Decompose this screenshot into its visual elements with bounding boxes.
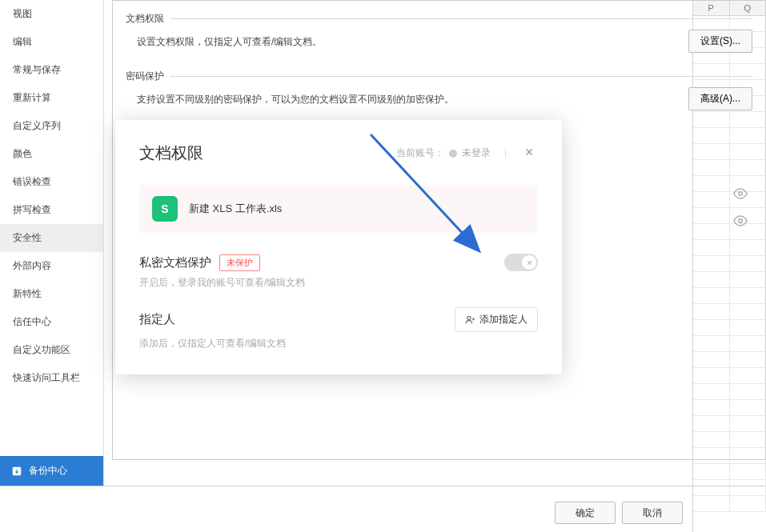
backup-label: 备份中心	[29, 464, 67, 478]
add-user-icon	[465, 314, 475, 325]
sidebar-item-custom-seq[interactable]: 自定义序列	[0, 112, 103, 140]
file-card: S 新建 XLS 工作表.xls	[139, 185, 538, 233]
status-dot-icon	[449, 150, 457, 158]
sidebar-item-security[interactable]: 安全性	[0, 224, 103, 252]
settings-sidebar: 视图 编辑 常规与保存 重新计算 自定义序列 颜色 错误检查 拼写检查 安全性 …	[0, 0, 104, 486]
backup-center-button[interactable]: 备份中心	[0, 456, 103, 486]
divider	[505, 149, 506, 158]
svg-point-1	[739, 219, 743, 223]
account-label: 当前账号：	[396, 146, 444, 160]
add-assignee-button[interactable]: 添加指定人	[455, 307, 538, 332]
sidebar-item-new-feature[interactable]: 新特性	[0, 280, 103, 308]
sidebar-item-edit[interactable]: 编辑	[0, 28, 103, 56]
eye-icon[interactable]	[733, 186, 748, 201]
modal-title: 文档权限	[139, 142, 203, 164]
sidebar-item-general-save[interactable]: 常规与保存	[0, 56, 103, 84]
sidebar-item-trust-center[interactable]: 信任中心	[0, 308, 103, 336]
assignee-desc: 添加后，仅指定人可查看/编辑文档	[139, 337, 538, 350]
login-status: 未登录	[462, 146, 491, 160]
close-icon[interactable]	[520, 143, 538, 163]
private-doc-desc: 开启后，登录我的账号可查看/编辑文档	[139, 276, 538, 290]
sidebar-item-custom-ribbon[interactable]: 自定义功能区	[0, 336, 103, 364]
private-protection-toggle[interactable]	[504, 254, 538, 271]
file-name: 新建 XLS 工作表.xls	[189, 202, 282, 216]
cancel-button[interactable]: 取消	[622, 502, 683, 524]
password-protect-desc: 支持设置不同级别的密码保护，可以为您的文档设置不同级别的加密保护。	[126, 83, 752, 106]
spreadsheet-file-icon: S	[152, 196, 178, 222]
svg-point-0	[739, 192, 743, 196]
backup-icon	[11, 466, 22, 477]
add-assignee-label: 添加指定人	[479, 313, 527, 326]
doc-permission-desc: 设置文档权限，仅指定人可查看/编辑文档。	[126, 26, 752, 49]
sidebar-item-view[interactable]: 视图	[0, 0, 103, 28]
advanced-button[interactable]: 高级(A)...	[688, 87, 752, 110]
assignee-title: 指定人	[139, 312, 175, 327]
svg-point-6	[467, 316, 471, 319]
sidebar-item-color[interactable]: 颜色	[0, 140, 103, 168]
sidebar-item-external[interactable]: 外部内容	[0, 252, 103, 280]
sidebar-item-recalc[interactable]: 重新计算	[0, 84, 103, 112]
eye-icon[interactable]	[733, 214, 748, 228]
unprotected-badge: 未保护	[219, 254, 260, 271]
ok-button[interactable]: 确定	[555, 502, 616, 524]
sidebar-item-quick-access[interactable]: 快速访问工具栏	[0, 364, 103, 392]
document-permission-modal: 文档权限 当前账号： 未登录 S 新建 XLS 工作表.xls 私密文档保护 未…	[115, 120, 562, 374]
settings-button[interactable]: 设置(S)...	[688, 30, 752, 53]
sidebar-item-spell-check[interactable]: 拼写检查	[0, 196, 103, 224]
private-doc-title: 私密文档保护	[139, 255, 211, 270]
sidebar-item-error-check[interactable]: 错误检查	[0, 168, 103, 196]
